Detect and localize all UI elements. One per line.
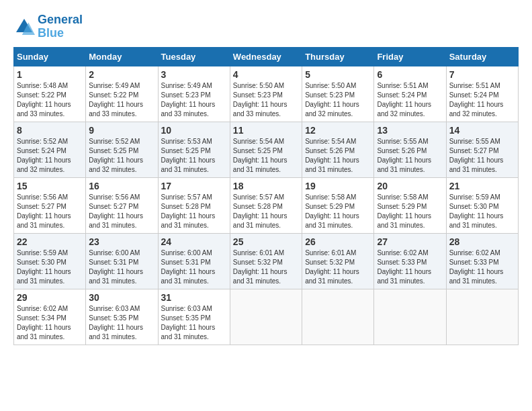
day-detail: Sunrise: 5:59 AMSunset: 5:30 PMDaylight:… bbox=[449, 193, 504, 229]
day-detail: Sunrise: 5:51 AMSunset: 5:24 PMDaylight:… bbox=[449, 82, 504, 118]
calendar-cell: 15 Sunrise: 5:56 AMSunset: 5:27 PMDaylig… bbox=[14, 177, 86, 233]
day-number: 28 bbox=[449, 236, 515, 247]
calendar-cell: 27 Sunrise: 6:02 AMSunset: 5:33 PMDaylig… bbox=[374, 233, 446, 289]
day-detail: Sunrise: 5:51 AMSunset: 5:24 PMDaylight:… bbox=[377, 82, 431, 118]
header-friday: Friday bbox=[374, 47, 446, 66]
day-number: 6 bbox=[377, 69, 443, 80]
calendar-cell: 5 Sunrise: 5:50 AMSunset: 5:23 PMDayligh… bbox=[302, 66, 374, 122]
calendar-week-4: 22 Sunrise: 5:59 AMSunset: 5:30 PMDaylig… bbox=[14, 233, 519, 289]
calendar-cell: 12 Sunrise: 5:54 AMSunset: 5:26 PMDaylig… bbox=[302, 122, 374, 177]
calendar-week-3: 15 Sunrise: 5:56 AMSunset: 5:27 PMDaylig… bbox=[14, 177, 519, 233]
calendar-week-1: 1 Sunrise: 5:48 AMSunset: 5:22 PMDayligh… bbox=[14, 66, 519, 122]
calendar-cell: 28 Sunrise: 6:02 AMSunset: 5:33 PMDaylig… bbox=[446, 233, 518, 289]
header-row: SundayMondayTuesdayWednesdayThursdayFrid… bbox=[14, 47, 519, 66]
day-detail: Sunrise: 5:56 AMSunset: 5:27 PMDaylight:… bbox=[17, 193, 71, 229]
calendar-cell: 11 Sunrise: 5:54 AMSunset: 5:25 PMDaylig… bbox=[230, 122, 302, 177]
calendar-cell: 21 Sunrise: 5:59 AMSunset: 5:30 PMDaylig… bbox=[446, 177, 518, 233]
calendar-cell: 30 Sunrise: 6:03 AMSunset: 5:35 PMDaylig… bbox=[86, 289, 158, 345]
calendar-cell bbox=[302, 289, 374, 345]
calendar-cell bbox=[446, 289, 518, 345]
calendar-cell: 20 Sunrise: 5:58 AMSunset: 5:29 PMDaylig… bbox=[374, 177, 446, 233]
calendar-cell: 4 Sunrise: 5:50 AMSunset: 5:23 PMDayligh… bbox=[230, 66, 302, 122]
day-detail: Sunrise: 5:57 AMSunset: 5:28 PMDaylight:… bbox=[233, 193, 287, 229]
calendar-cell: 22 Sunrise: 5:59 AMSunset: 5:30 PMDaylig… bbox=[14, 233, 86, 289]
header-wednesday: Wednesday bbox=[230, 47, 302, 66]
calendar-week-2: 8 Sunrise: 5:52 AMSunset: 5:24 PMDayligh… bbox=[14, 122, 519, 177]
calendar-cell: 1 Sunrise: 5:48 AMSunset: 5:22 PMDayligh… bbox=[14, 66, 86, 122]
calendar-cell: 17 Sunrise: 5:57 AMSunset: 5:28 PMDaylig… bbox=[158, 177, 230, 233]
day-number: 3 bbox=[161, 69, 227, 80]
day-detail: Sunrise: 5:52 AMSunset: 5:25 PMDaylight:… bbox=[89, 138, 143, 173]
day-number: 21 bbox=[449, 181, 515, 191]
day-detail: Sunrise: 6:03 AMSunset: 5:35 PMDaylight:… bbox=[161, 305, 216, 340]
calendar-cell: 23 Sunrise: 6:00 AMSunset: 5:31 PMDaylig… bbox=[86, 233, 158, 289]
calendar-week-5: 29 Sunrise: 6:02 AMSunset: 5:34 PMDaylig… bbox=[14, 289, 519, 345]
calendar-cell: 14 Sunrise: 5:55 AMSunset: 5:27 PMDaylig… bbox=[446, 122, 518, 177]
calendar-cell: 31 Sunrise: 6:03 AMSunset: 5:35 PMDaylig… bbox=[158, 289, 230, 345]
day-detail: Sunrise: 6:02 AMSunset: 5:33 PMDaylight:… bbox=[377, 249, 431, 285]
day-number: 24 bbox=[161, 236, 227, 247]
calendar-cell: 3 Sunrise: 5:49 AMSunset: 5:23 PMDayligh… bbox=[158, 66, 230, 122]
day-number: 12 bbox=[305, 125, 371, 136]
day-detail: Sunrise: 5:58 AMSunset: 5:29 PMDaylight:… bbox=[377, 193, 431, 229]
day-number: 5 bbox=[305, 69, 371, 80]
day-number: 4 bbox=[233, 69, 299, 80]
day-number: 9 bbox=[89, 125, 154, 136]
day-detail: Sunrise: 6:00 AMSunset: 5:31 PMDaylight:… bbox=[161, 249, 216, 285]
day-number: 27 bbox=[377, 236, 443, 247]
calendar-cell: 29 Sunrise: 6:02 AMSunset: 5:34 PMDaylig… bbox=[14, 289, 86, 345]
calendar-cell bbox=[230, 289, 302, 345]
calendar-header: SundayMondayTuesdayWednesdayThursdayFrid… bbox=[14, 47, 519, 66]
day-number: 7 bbox=[449, 69, 515, 80]
calendar-cell: 2 Sunrise: 5:49 AMSunset: 5:22 PMDayligh… bbox=[86, 66, 158, 122]
day-number: 8 bbox=[17, 125, 83, 136]
calendar-cell: 25 Sunrise: 6:01 AMSunset: 5:32 PMDaylig… bbox=[230, 233, 302, 289]
day-detail: Sunrise: 5:58 AMSunset: 5:29 PMDaylight:… bbox=[305, 193, 359, 229]
day-number: 23 bbox=[89, 236, 154, 247]
day-detail: Sunrise: 5:55 AMSunset: 5:27 PMDaylight:… bbox=[449, 138, 504, 173]
day-number: 14 bbox=[449, 125, 515, 136]
calendar-cell: 26 Sunrise: 6:01 AMSunset: 5:32 PMDaylig… bbox=[302, 233, 374, 289]
day-detail: Sunrise: 5:59 AMSunset: 5:30 PMDaylight:… bbox=[17, 249, 71, 285]
header-tuesday: Tuesday bbox=[158, 47, 230, 66]
day-detail: Sunrise: 5:50 AMSunset: 5:23 PMDaylight:… bbox=[233, 82, 287, 118]
calendar-body: 1 Sunrise: 5:48 AMSunset: 5:22 PMDayligh… bbox=[14, 66, 519, 345]
day-number: 30 bbox=[89, 292, 154, 303]
day-number: 2 bbox=[89, 69, 154, 80]
logo-icon bbox=[13, 16, 35, 38]
day-detail: Sunrise: 6:02 AMSunset: 5:34 PMDaylight:… bbox=[17, 305, 71, 340]
day-detail: Sunrise: 5:53 AMSunset: 5:25 PMDaylight:… bbox=[161, 138, 216, 173]
day-detail: Sunrise: 5:54 AMSunset: 5:26 PMDaylight:… bbox=[305, 138, 359, 173]
header-saturday: Saturday bbox=[446, 47, 518, 66]
day-number: 25 bbox=[233, 236, 299, 247]
day-number: 11 bbox=[233, 125, 299, 136]
day-detail: Sunrise: 6:01 AMSunset: 5:32 PMDaylight:… bbox=[305, 249, 359, 285]
day-number: 22 bbox=[17, 236, 83, 247]
calendar-cell: 19 Sunrise: 5:58 AMSunset: 5:29 PMDaylig… bbox=[302, 177, 374, 233]
calendar-cell bbox=[374, 289, 446, 345]
header-thursday: Thursday bbox=[302, 47, 374, 66]
calendar-table: SundayMondayTuesdayWednesdayThursdayFrid… bbox=[13, 47, 519, 345]
header-monday: Monday bbox=[86, 47, 158, 66]
day-detail: Sunrise: 5:49 AMSunset: 5:22 PMDaylight:… bbox=[89, 82, 143, 118]
day-detail: Sunrise: 5:49 AMSunset: 5:23 PMDaylight:… bbox=[161, 82, 216, 118]
day-number: 29 bbox=[17, 292, 83, 303]
day-number: 10 bbox=[161, 125, 227, 136]
day-detail: Sunrise: 6:01 AMSunset: 5:32 PMDaylight:… bbox=[233, 249, 287, 285]
calendar-cell: 18 Sunrise: 5:57 AMSunset: 5:28 PMDaylig… bbox=[230, 177, 302, 233]
day-detail: Sunrise: 5:57 AMSunset: 5:28 PMDaylight:… bbox=[161, 193, 216, 229]
day-number: 13 bbox=[377, 125, 443, 136]
calendar-cell: 10 Sunrise: 5:53 AMSunset: 5:25 PMDaylig… bbox=[158, 122, 230, 177]
day-number: 26 bbox=[305, 236, 371, 247]
day-number: 15 bbox=[17, 181, 83, 191]
calendar-cell: 7 Sunrise: 5:51 AMSunset: 5:24 PMDayligh… bbox=[446, 66, 518, 122]
day-detail: Sunrise: 5:52 AMSunset: 5:24 PMDaylight:… bbox=[17, 138, 71, 173]
calendar-cell: 13 Sunrise: 5:55 AMSunset: 5:26 PMDaylig… bbox=[374, 122, 446, 177]
header-sunday: Sunday bbox=[14, 47, 86, 66]
calendar-cell: 24 Sunrise: 6:00 AMSunset: 5:31 PMDaylig… bbox=[158, 233, 230, 289]
page-header: General Blue bbox=[13, 13, 519, 40]
day-number: 1 bbox=[17, 69, 83, 80]
day-detail: Sunrise: 6:02 AMSunset: 5:33 PMDaylight:… bbox=[449, 249, 504, 285]
calendar-cell: 16 Sunrise: 5:56 AMSunset: 5:27 PMDaylig… bbox=[86, 177, 158, 233]
day-detail: Sunrise: 6:00 AMSunset: 5:31 PMDaylight:… bbox=[89, 249, 143, 285]
